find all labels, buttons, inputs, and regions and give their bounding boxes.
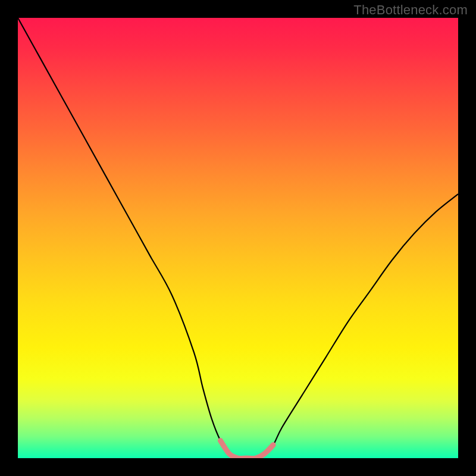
curve-path — [18, 18, 458, 458]
plot-area — [18, 18, 458, 458]
bottleneck-curve — [18, 18, 458, 458]
watermark-text: TheBottleneck.com — [353, 2, 468, 18]
highlight-path — [220, 440, 273, 458]
